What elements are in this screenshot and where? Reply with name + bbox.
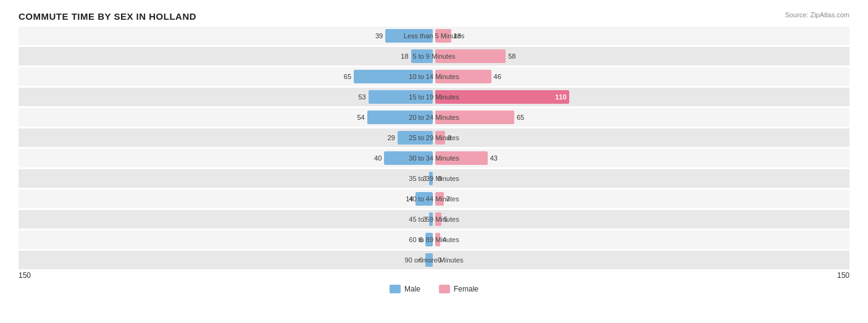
table-row: 6510 to 14 Minutes46 xyxy=(19,67,849,86)
male-value: 54 xyxy=(353,114,365,121)
female-bar xyxy=(435,233,440,246)
table-row: 5420 to 24 Minutes65 xyxy=(19,108,849,127)
right-section: 58 xyxy=(434,47,849,65)
right-section: 46 xyxy=(434,67,849,86)
axis-right: 150 xyxy=(837,271,849,280)
right-section: 4 xyxy=(434,230,849,249)
chart-container: COMMUTE TIME BY SEX IN HOLLAND Source: Z… xyxy=(0,0,868,323)
female-bar xyxy=(435,29,451,43)
right-section: 5 xyxy=(434,210,849,229)
male-value: 6 xyxy=(411,236,423,243)
female-value: 0 xyxy=(438,256,450,264)
table-row: 660 to 89 Minutes4 xyxy=(19,230,849,249)
right-section: 0 xyxy=(434,251,849,269)
male-bar xyxy=(354,70,433,83)
male-value: 14 xyxy=(401,195,413,203)
female-value: 65 xyxy=(517,114,529,121)
female-bar xyxy=(435,192,444,206)
female-bar xyxy=(435,151,488,165)
male-bar xyxy=(385,29,433,43)
right-section: 13 xyxy=(434,27,849,45)
left-section: 54 xyxy=(19,108,434,127)
left-section: 3 xyxy=(19,169,434,188)
left-section: 65 xyxy=(19,67,434,86)
male-value: 3 xyxy=(414,216,427,223)
female-bar xyxy=(435,70,491,83)
female-value: 13 xyxy=(454,32,466,40)
left-section: 40 xyxy=(19,149,434,167)
right-section: 110 xyxy=(434,88,849,106)
male-label: Male xyxy=(404,285,420,293)
female-value: 5 xyxy=(444,216,456,223)
female-bar xyxy=(435,131,445,145)
table-row: 1440 to 44 Minutes7 xyxy=(19,190,849,208)
axis-labels: 150 150 xyxy=(19,271,849,280)
male-bar xyxy=(367,111,433,124)
female-value: 7 xyxy=(446,195,459,203)
male-value: 6 xyxy=(411,256,423,264)
male-bar xyxy=(384,151,433,165)
legend-area: Male Female xyxy=(19,285,849,293)
right-section: 43 xyxy=(434,149,849,167)
right-section: 7 xyxy=(434,190,849,208)
right-section: 0 xyxy=(434,169,849,188)
bars-area: 39Less than 5 Minutes13185 to 9 Minutes5… xyxy=(19,27,849,269)
left-section: 14 xyxy=(19,190,434,208)
source-text: Source: ZipAtlas.com xyxy=(785,11,849,19)
male-bar xyxy=(425,253,433,267)
table-row: 335 to 39 Minutes0 xyxy=(19,169,849,188)
left-section: 29 xyxy=(19,128,434,147)
left-section: 39 xyxy=(19,27,434,45)
female-label: Female xyxy=(454,285,478,293)
legend-female: Female xyxy=(439,285,478,293)
left-section: 6 xyxy=(19,251,434,269)
male-value: 18 xyxy=(396,52,409,60)
male-value: 29 xyxy=(383,134,395,141)
female-value: 4 xyxy=(443,236,455,243)
table-row: 4030 to 34 Minutes43 xyxy=(19,149,849,167)
male-value: 53 xyxy=(354,93,366,101)
male-bar xyxy=(425,233,433,246)
male-bar xyxy=(398,131,433,145)
male-value: 65 xyxy=(339,73,351,80)
male-bar xyxy=(369,90,433,104)
male-value: 40 xyxy=(369,154,382,162)
female-value: 43 xyxy=(490,154,503,162)
male-bar xyxy=(429,212,433,226)
female-value: 46 xyxy=(494,73,506,80)
right-section: 8 xyxy=(434,128,849,147)
table-row: 5315 to 19 Minutes110 xyxy=(19,88,849,106)
table-row: 39Less than 5 Minutes13 xyxy=(19,27,849,45)
female-swatch xyxy=(439,285,450,293)
legend-male: Male xyxy=(390,285,420,293)
left-section: 18 xyxy=(19,47,434,65)
table-row: 345 to 59 Minutes5 xyxy=(19,210,849,229)
female-value: 58 xyxy=(508,52,520,60)
female-bar xyxy=(435,49,506,63)
male-bar xyxy=(429,172,433,185)
female-bar xyxy=(435,212,441,226)
male-bar xyxy=(411,49,433,63)
chart-title: COMMUTE TIME BY SEX IN HOLLAND xyxy=(19,11,849,22)
male-swatch xyxy=(390,285,401,293)
female-value: 8 xyxy=(448,134,460,141)
left-section: 3 xyxy=(19,210,434,229)
female-value: 0 xyxy=(438,175,450,182)
female-value: 110 xyxy=(555,93,566,101)
table-row: 2925 to 29 Minutes8 xyxy=(19,128,849,147)
male-bar xyxy=(415,192,433,206)
male-value: 3 xyxy=(414,175,427,182)
left-section: 6 xyxy=(19,230,434,249)
male-value: 39 xyxy=(370,32,383,40)
right-section: 65 xyxy=(434,108,849,127)
female-bar: 110 xyxy=(435,90,569,104)
table-row: 690 or more Minutes0 xyxy=(19,251,849,269)
left-section: 53 xyxy=(19,88,434,106)
table-row: 185 to 9 Minutes58 xyxy=(19,47,849,65)
axis-left: 150 xyxy=(19,271,31,280)
female-bar xyxy=(435,111,514,124)
